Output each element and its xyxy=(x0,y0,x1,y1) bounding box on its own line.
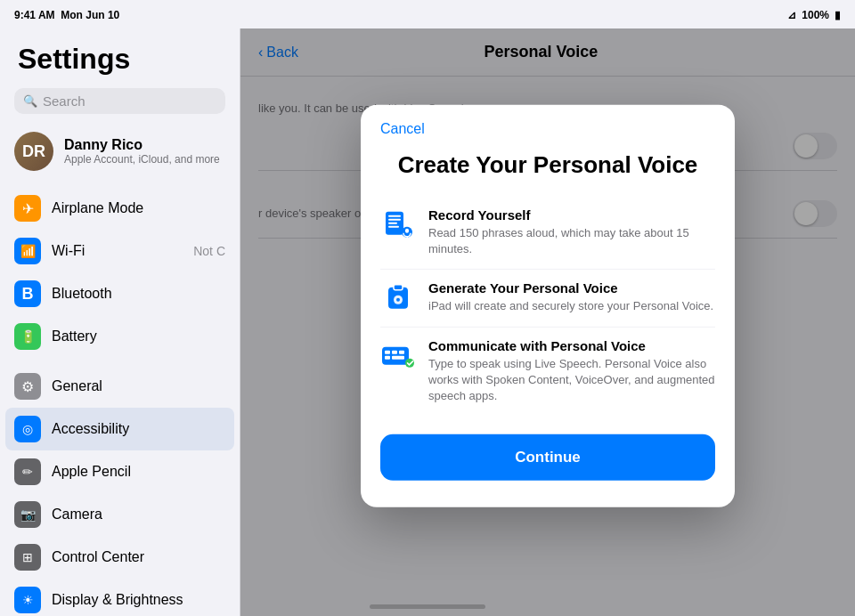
svg-rect-15 xyxy=(399,350,404,353)
svg-rect-6 xyxy=(405,229,409,233)
svg-rect-13 xyxy=(385,350,390,353)
time-display: 9:41 AM xyxy=(14,9,55,21)
wifi-value: Not C xyxy=(193,244,225,258)
wifi-label: Wi-Fi xyxy=(52,243,183,259)
content-area: ‹ Back Personal Voice like you. It can b… xyxy=(240,28,855,616)
status-bar: 9:41 AM Mon Jun 10 ⊿ 100% ▮ xyxy=(0,0,855,28)
user-name: Danny Rico xyxy=(64,137,220,153)
search-placeholder: Search xyxy=(43,93,86,109)
communicate-icon xyxy=(380,337,416,373)
svg-rect-1 xyxy=(388,215,401,217)
wifi-settings-icon: 📶 xyxy=(14,238,41,264)
sidebar-item-accessibility[interactable]: ◎ Accessibility xyxy=(5,408,234,450)
svg-rect-16 xyxy=(385,355,390,359)
record-title: Record Yourself xyxy=(428,207,715,223)
generate-icon xyxy=(380,280,416,315)
svg-rect-4 xyxy=(388,226,399,228)
communicate-title: Communicate with Personal Voice xyxy=(428,337,715,353)
svg-rect-14 xyxy=(392,350,397,353)
generate-title: Generate Your Personal Voice xyxy=(428,280,713,295)
svg-rect-9 xyxy=(394,284,403,289)
generate-content: Generate Your Personal Voice iPad will c… xyxy=(428,280,713,313)
search-bar[interactable]: 🔍 Search xyxy=(14,88,225,114)
user-info: Danny Rico Apple Account, iCloud, and mo… xyxy=(64,137,220,166)
modal-item-record: Record Yourself Read 150 phrases aloud, … xyxy=(380,197,715,269)
record-desc: Read 150 phrases aloud, which may take a… xyxy=(428,225,715,257)
sidebar: Settings 🔍 Search DR Danny Rico Apple Ac… xyxy=(0,28,240,616)
svg-point-11 xyxy=(396,297,400,301)
battery-percent: 100% xyxy=(802,9,829,21)
search-icon: 🔍 xyxy=(23,94,37,108)
airplane-mode-label: Airplane Mode xyxy=(52,200,225,216)
modal-cancel-button[interactable]: Cancel xyxy=(361,105,444,144)
modal-title: Create Your Personal Voice xyxy=(361,144,735,197)
display-icon: ☀ xyxy=(14,587,41,613)
svg-rect-2 xyxy=(388,219,401,221)
record-icon xyxy=(380,207,416,243)
camera-settings-icon: 📷 xyxy=(14,501,41,528)
status-indicators: ⊿ 100% ▮ xyxy=(787,9,841,21)
sidebar-item-battery[interactable]: 🔋 Battery xyxy=(0,315,240,358)
display-label: Display & Brightness xyxy=(52,592,225,608)
bluetooth-label: Bluetooth xyxy=(52,286,225,302)
wifi-icon: ⊿ xyxy=(787,9,796,21)
airplane-mode-icon: ✈ xyxy=(14,195,41,222)
bluetooth-icon: B xyxy=(14,280,41,307)
general-label: General xyxy=(52,378,225,394)
svg-rect-3 xyxy=(388,223,397,224)
camera-label: Camera xyxy=(52,507,225,523)
avatar: DR xyxy=(14,132,53,171)
battery-settings-icon: 🔋 xyxy=(14,323,41,350)
settings-list: ✈ Airplane Mode 📶 Wi-Fi Not C B Bluetoot… xyxy=(0,187,240,616)
svg-rect-7 xyxy=(407,237,409,239)
control-center-icon: ⊞ xyxy=(14,544,41,571)
battery-label: Battery xyxy=(52,328,225,344)
user-subtitle: Apple Account, iCloud, and more xyxy=(64,153,220,166)
record-content: Record Yourself Read 150 phrases aloud, … xyxy=(428,207,715,257)
sidebar-item-display[interactable]: ☀ Display & Brightness xyxy=(0,579,240,616)
sidebar-item-apple-pencil[interactable]: ✏ Apple Pencil xyxy=(0,450,240,493)
user-profile[interactable]: DR Danny Rico Apple Account, iCloud, and… xyxy=(0,123,240,180)
main-layout: Settings 🔍 Search DR Danny Rico Apple Ac… xyxy=(0,28,855,616)
ipad-frame: 9:41 AM Mon Jun 10 ⊿ 100% ▮ Settings 🔍 S… xyxy=(0,0,855,616)
general-icon: ⚙ xyxy=(14,373,41,400)
modal-create-personal-voice: Cancel Create Your Personal Voice xyxy=(361,105,735,507)
modal-item-communicate: Communicate with Personal Voice Type to … xyxy=(380,327,715,415)
sidebar-item-bluetooth[interactable]: B Bluetooth xyxy=(0,272,240,315)
sidebar-item-wifi[interactable]: 📶 Wi-Fi Not C xyxy=(0,230,240,272)
apple-pencil-label: Apple Pencil xyxy=(52,464,225,480)
generate-desc: iPad will create and securely store your… xyxy=(428,297,713,313)
apple-pencil-icon: ✏ xyxy=(14,458,41,485)
date-display: Mon Jun 10 xyxy=(61,9,119,21)
control-center-label: Control Center xyxy=(52,549,225,565)
sidebar-item-airplane-mode[interactable]: ✈ Airplane Mode xyxy=(0,187,240,230)
communicate-content: Communicate with Personal Voice Type to … xyxy=(428,337,715,404)
sidebar-item-camera[interactable]: 📷 Camera xyxy=(0,493,240,536)
battery-icon: ▮ xyxy=(835,9,841,21)
modal-items-list: Record Yourself Read 150 phrases aloud, … xyxy=(361,197,735,415)
continue-button[interactable]: Continue xyxy=(380,434,715,481)
accessibility-icon: ◎ xyxy=(14,416,41,442)
accessibility-label: Accessibility xyxy=(52,421,225,437)
svg-point-18 xyxy=(405,358,414,367)
sidebar-item-general[interactable]: ⚙ General xyxy=(0,365,240,408)
status-time: 9:41 AM Mon Jun 10 xyxy=(14,9,119,21)
home-indicator xyxy=(370,604,485,609)
communicate-desc: Type to speak using Live Speech. Persona… xyxy=(428,355,715,404)
sidebar-item-control-center[interactable]: ⊞ Control Center xyxy=(0,536,240,579)
sidebar-title: Settings xyxy=(0,28,240,83)
svg-rect-17 xyxy=(392,355,404,359)
modal-item-generate: Generate Your Personal Voice iPad will c… xyxy=(380,269,715,327)
